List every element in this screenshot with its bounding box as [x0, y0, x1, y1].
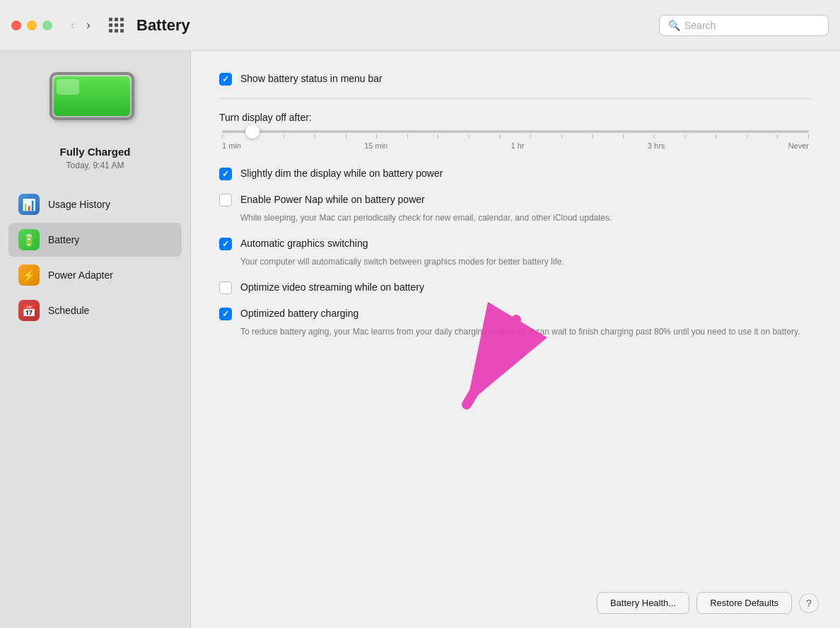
slider-ticks: [222, 134, 809, 139]
usage-history-icon: 📊: [18, 194, 40, 215]
search-icon: 🔍: [668, 20, 680, 31]
sidebar-item-label-battery: Battery: [48, 234, 79, 245]
search-box[interactable]: 🔍: [659, 15, 829, 36]
titlebar: ‹ › Battery 🔍: [0, 0, 840, 51]
auto-graphics-desc: Your computer will automatically switch …: [240, 256, 812, 268]
window-title: Battery: [136, 16, 190, 35]
power-adapter-icon: ⚡: [18, 264, 40, 286]
show-battery-checkbox[interactable]: [219, 73, 232, 86]
sidebar-item-label-power-adapter: Power Adapter: [48, 269, 113, 281]
grid-icon[interactable]: [109, 18, 124, 33]
slider-label-15min: 15 min: [364, 141, 387, 150]
power-nap-desc: While sleeping, your Mac can periodicall…: [240, 212, 812, 224]
slider-labels: 1 min 15 min 1 hr 3 hrs Never: [222, 141, 809, 150]
power-nap-row: Enable Power Nap while on battery power: [219, 193, 812, 207]
battery-icon: 🔋: [18, 229, 40, 250]
slider-label-1min: 1 min: [222, 141, 241, 150]
optimize-video-label: Optimize video streaming while on batter…: [240, 281, 424, 293]
sidebar-item-battery[interactable]: 🔋 Battery: [8, 223, 182, 257]
power-nap-checkbox[interactable]: [219, 194, 232, 207]
maximize-button[interactable]: [42, 21, 52, 30]
slightly-dim-checkbox[interactable]: [219, 168, 232, 180]
nav-arrows: ‹ ›: [66, 16, 95, 34]
slider-thumb[interactable]: [245, 124, 259, 139]
battery-status-label: Fully Charged: [59, 146, 130, 158]
sidebar-item-label-schedule: Schedule: [48, 305, 89, 316]
bottom-bar: Battery Health... Restore Defaults ?: [597, 592, 819, 614]
auto-graphics-row: Automatic graphics switching: [219, 237, 812, 250]
battery-graphic: [49, 72, 141, 129]
help-button[interactable]: ?: [799, 593, 819, 613]
slightly-dim-label: Slightly dim the display while on batter…: [240, 167, 443, 180]
forward-button[interactable]: ›: [82, 16, 95, 34]
slider-label-3hrs: 3 hrs: [648, 141, 665, 150]
sidebar-item-power-adapter[interactable]: ⚡ Power Adapter: [8, 258, 182, 292]
restore-defaults-button[interactable]: Restore Defaults: [696, 592, 792, 614]
optimized-charging-checkbox[interactable]: [219, 308, 232, 320]
slider-label-never: Never: [788, 141, 809, 150]
optimize-video-row: Optimize video streaming while on batter…: [219, 281, 812, 294]
slider-label-1hr: 1 hr: [511, 141, 525, 150]
slider-section: Turn display off after:: [219, 112, 812, 150]
sidebar-item-label-usage-history: Usage History: [48, 199, 110, 210]
schedule-icon: 📅: [18, 300, 40, 321]
battery-body: [49, 72, 134, 120]
slightly-dim-row: Slightly dim the display while on batter…: [219, 167, 812, 180]
show-battery-label: Show battery status in menu bar: [240, 72, 383, 85]
minimize-button[interactable]: [27, 21, 37, 30]
content-area: Show battery status in menu bar Turn dis…: [191, 51, 840, 628]
main-layout: Fully Charged Today, 9:41 AM 📊 Usage His…: [0, 51, 840, 628]
sidebar: Fully Charged Today, 9:41 AM 📊 Usage His…: [0, 51, 191, 628]
sidebar-item-schedule[interactable]: 📅 Schedule: [8, 293, 182, 327]
power-nap-label: Enable Power Nap while on battery power: [240, 193, 425, 206]
optimized-charging-label: Optimized battery charging: [240, 307, 358, 320]
slider-track: [222, 130, 809, 133]
show-battery-row: Show battery status in menu bar: [219, 72, 812, 86]
divider-1: [219, 98, 812, 99]
sidebar-nav: 📊 Usage History 🔋 Battery ⚡ Power Adapte…: [0, 187, 190, 329]
optimized-charging-desc: To reduce battery aging, your Mac learns…: [240, 326, 812, 338]
slider-container[interactable]: 1 min 15 min 1 hr 3 hrs Never: [219, 130, 812, 150]
auto-graphics-label: Automatic graphics switching: [240, 237, 368, 250]
back-button[interactable]: ‹: [66, 16, 79, 34]
close-button[interactable]: [11, 21, 21, 30]
battery-time-label: Today, 9:41 AM: [66, 161, 124, 170]
battery-fill: [54, 76, 130, 116]
search-input[interactable]: [684, 20, 819, 31]
auto-graphics-checkbox[interactable]: [219, 238, 232, 250]
battery-health-button[interactable]: Battery Health...: [597, 592, 689, 614]
optimized-charging-row: Optimized battery charging: [219, 307, 812, 320]
optimize-video-checkbox[interactable]: [219, 281, 232, 294]
sidebar-item-usage-history[interactable]: 📊 Usage History: [8, 187, 182, 221]
traffic-lights: [11, 21, 52, 30]
display-off-label: Turn display off after:: [219, 112, 812, 123]
battery-shine: [57, 79, 79, 95]
